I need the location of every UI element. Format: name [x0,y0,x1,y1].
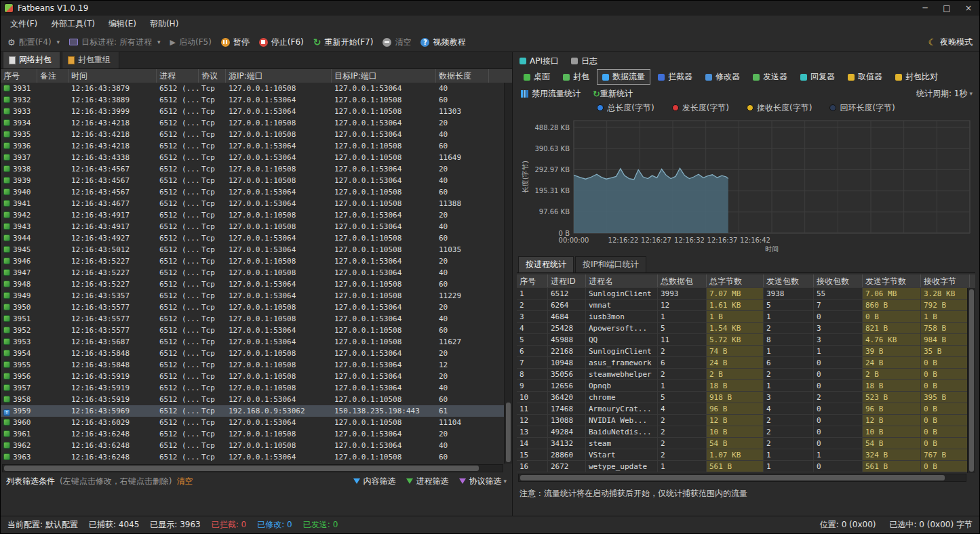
disable-traffic-stats-button[interactable]: 禁用流量统计 [521,88,581,100]
target-process-select[interactable]: 目标进程: 所有进程 ▾ [69,37,160,48]
packet-row[interactable]: ↑395912:16:43:59696512 (...Tcp192.168.0.… [1,405,512,417]
packet-row[interactable]: 393712:16:43:43386512 (...Tcp127.0.0.1:5… [1,152,512,163]
legend-item[interactable]: 总长度(字节) [597,102,654,114]
legend-item[interactable]: 发长度(字节) [672,102,729,114]
tab-compare[interactable]: 封包比对 [890,69,943,85]
api-interface-button[interactable]: API接口 [520,56,559,67]
log-button[interactable]: 日志 [571,56,597,67]
packet-row[interactable]: 394612:16:43:52276512 (...Tcp127.0.0.1:1… [1,255,512,267]
recount-button[interactable]: ↻ 重新统计 [593,88,633,100]
column-header[interactable]: 接收包数 [814,274,863,287]
scrollbar-thumb[interactable] [506,403,511,462]
packet-row[interactable]: 395212:16:43:55776512 (...Tcp127.0.0.1:5… [1,325,512,336]
column-header[interactable]: 进程 [157,69,199,83]
tab-extractor[interactable]: 取值器 [842,69,888,85]
column-header[interactable]: 总字节数 [707,274,764,287]
stats-row[interactable]: 26264vmnat121.61 KB57860 B792 B [517,300,975,311]
column-header[interactable]: 目标IP:端口 [332,69,436,83]
tab-packet[interactable]: 封包 [557,69,595,85]
tab-packet-reassembly[interactable]: 封包重组 [62,52,119,68]
packet-row[interactable]: 394712:16:43:52276512 (...Tcp127.0.0.1:1… [1,267,512,279]
packet-row[interactable]: 393112:16:43:38796512 (...Tcp127.0.0.1:1… [1,83,512,94]
column-header[interactable]: 数据长度 [436,69,489,83]
content-filter-button[interactable]: 内容筛选 [353,476,395,487]
stats-row[interactable]: 425428Apowersoft...51.54 KB23821 B758 B [517,323,975,334]
legend-item[interactable]: 接收长度(字节) [747,102,812,114]
column-header[interactable]: 序号 [517,274,548,287]
packet-row[interactable]: 394012:16:43:45676512 (...Tcp127.0.0.1:5… [1,186,512,198]
column-header[interactable]: 总数据包 [658,274,707,287]
packet-row[interactable]: 395312:16:43:56876512 (...Tcp127.0.0.1:5… [1,336,512,348]
column-header[interactable]: 协议 [199,69,226,83]
packet-row[interactable]: 395812:16:43:59196512 (...Tcp127.0.0.1:5… [1,394,512,405]
close-button[interactable]: × [958,1,979,16]
pause-button[interactable]: 暂停 [221,37,250,48]
packet-row[interactable]: 395012:16:43:55776512 (...Tcp127.0.0.1:1… [1,302,512,313]
tab-modifier[interactable]: 修改器 [700,69,745,85]
menu-item[interactable]: 编辑(E) [102,16,143,32]
tab-sender[interactable]: 发送器 [747,69,793,85]
minimize-button[interactable]: ─ [914,1,936,16]
stats-row[interactable]: 16512SunloginClient39937.07 MB3938557.06… [517,288,975,300]
packet-row[interactable]: 394812:16:43:52276512 (...Tcp127.0.0.1:5… [1,279,512,290]
menu-item[interactable]: 文件(F) [3,16,44,32]
stat-period-select[interactable]: 统计周期: 1秒 ▾ [916,88,975,100]
packet-row[interactable]: 394912:16:43:53576512 (...Tcp127.0.0.1:5… [1,290,512,302]
column-header[interactable]: 源IP:端口 [226,69,332,83]
stats-row[interactable]: 1349284BaiduNetdis...210 B2010 B0 B [517,426,975,438]
legend-item[interactable]: 回环长度(字节) [829,102,895,114]
packet-row[interactable]: 393912:16:43:45676512 (...Tcp127.0.0.1:1… [1,175,512,186]
packet-row[interactable]: 395612:16:43:59196512 (...Tcp127.0.0.1:1… [1,371,512,382]
scrollbar-thumb[interactable] [969,289,974,472]
scrollbar-thumb[interactable] [520,475,945,480]
clear-button[interactable]: 清空 [383,37,411,48]
column-header[interactable]: 时间 [68,69,157,83]
stats-row[interactable]: 162672wetype_update1561 B10561 B0 B [517,461,975,472]
menu-item[interactable]: 帮助(H) [143,16,185,32]
start-button[interactable]: ▶ 启动(F5) [170,37,211,48]
video-tutorial-button[interactable]: ? 视频教程 [420,37,465,48]
stats-row[interactable]: 34684iusb3mon11 B100 B1 B [517,311,975,323]
menu-item[interactable]: 外部工具(T) [44,16,102,32]
stop-button[interactable]: 停止(F6) [259,37,304,48]
stats-row[interactable]: 545988QQ115.72 KB834.76 KB984 B [517,334,975,346]
column-header[interactable]: 进程ID [548,274,586,287]
packet-row[interactable]: 395512:16:43:58486512 (...Tcp127.0.0.1:1… [1,359,512,371]
restart-button[interactable]: ↻ 重新开始(F7) [313,37,374,48]
maximize-button[interactable]: □ [936,1,958,16]
tab-desktop[interactable]: 桌面 [518,69,555,85]
night-mode-button[interactable]: ☾ 夜晚模式 [928,37,973,48]
tab-interceptor[interactable]: 拦截器 [652,69,698,85]
packet-row[interactable]: 394112:16:43:46776512 (...Tcp127.0.0.1:5… [1,198,512,209]
packet-row[interactable]: 396212:16:43:62486512 (...Tcp127.0.0.1:1… [1,440,512,451]
packet-row[interactable]: 393512:16:43:42186512 (...Tcp127.0.0.1:1… [1,129,512,140]
packet-row[interactable]: 393812:16:43:45676512 (...Tcp127.0.0.1:1… [1,163,512,175]
stats-row[interactable]: 912656Opnqb118 B1018 B0 B [517,380,975,392]
stats-row[interactable]: 835056steamwebhelper22 B202 B0 B [517,369,975,380]
packet-table-hscrollbar[interactable] [2,464,503,472]
tab-network-packets[interactable]: 网络封包 [3,52,60,68]
tab-by-ip-port[interactable]: 按IP和端口统计 [575,256,646,272]
column-header[interactable]: 进程名 [586,274,658,287]
column-header[interactable]: 发送包数 [764,274,814,287]
packet-row[interactable]: 393612:16:43:42186512 (...Tcp127.0.0.1:5… [1,140,512,152]
column-header[interactable]: 备注 [37,69,68,83]
stats-table-hscrollbar[interactable] [518,474,966,482]
packet-row[interactable]: 396112:16:43:62486512 (...Tcp127.0.0.1:1… [1,428,512,440]
packet-row[interactable]: 396012:16:43:60296512 (...Tcp127.0.0.1:5… [1,417,512,428]
stats-row[interactable]: 622168SunloginClient274 B1139 B35 B [517,346,975,357]
stats-row[interactable]: 1434132steam254 B2054 B0 B [517,438,975,449]
scrollbar-thumb[interactable] [4,466,479,471]
config-button[interactable]: ⚙ 配置(F4) ▾ [7,37,60,48]
stats-row[interactable]: 1036420chrome5918 B32523 B395 B [517,392,975,403]
tab-traffic[interactable]: 数据流量 [597,69,650,85]
packet-row[interactable]: 394412:16:43:49276512 (...Tcp127.0.0.1:5… [1,232,512,244]
stats-row[interactable]: 1528860VStart21.07 KB11324 B767 B [517,449,975,461]
packet-row[interactable]: 395712:16:43:59196512 (...Tcp127.0.0.1:1… [1,382,512,394]
process-filter-button[interactable]: 进程筛选 [406,476,448,487]
tab-by-process[interactable]: 按进程统计 [518,256,574,272]
packet-row[interactable]: 394512:16:43:50126512 (...Tcp127.0.0.1:5… [1,244,512,255]
column-header[interactable]: 接收字节 [921,274,970,287]
stats-row[interactable]: 1213088NVIDIA Web...212 B2012 B0 B [517,415,975,426]
protocol-filter-button[interactable]: 协议筛选 ▾ [459,476,507,487]
